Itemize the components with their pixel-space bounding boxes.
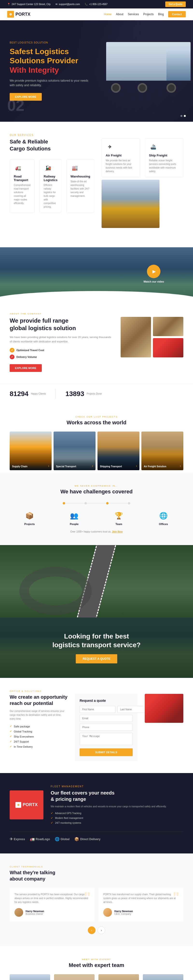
play-button[interactable] (147, 265, 160, 278)
testimonials-section: CLIENT TESTIMONIALS What they're talking… (0, 853, 193, 946)
logistics-img-tall (121, 317, 151, 357)
partner-delivery: 📦 Direct Delivery (74, 837, 100, 842)
header-top: 📍 24/7 Support Center 123 Street, City ✉… (0, 0, 193, 8)
team-member-4: Emily Johnson Global Director (143, 974, 184, 980)
form-submit-button[interactable]: SUBMIT DETAILS (80, 748, 133, 756)
quote-button-top[interactable]: Get a Quote (165, 2, 186, 7)
partner-global: 🌐 Global (55, 837, 70, 842)
challenges-title: We have challenges covered (9, 488, 184, 495)
hero-title-line1: Safest Logistics (9, 47, 69, 56)
logistics-title: We provide full range global logistics s… (9, 317, 113, 332)
nav-projects[interactable]: Projects (143, 13, 153, 16)
ship-freight-icon: 🚢 (149, 143, 158, 151)
project-card-4[interactable]: Air Freight Solution › (141, 431, 184, 470)
service-card-air: ✈ Air Freight We provide the best air fr… (101, 138, 140, 177)
location-icon: 📍 (7, 3, 10, 6)
section-label-opportunity: OFFICE & SOLUTIONS (9, 690, 184, 692)
check-icon-3: ✓ (9, 735, 12, 738)
challenges-join-link[interactable]: Join Now (112, 530, 123, 533)
road-aerial-section (0, 545, 193, 617)
project-card-2[interactable]: Special Transport › (54, 431, 95, 470)
video-play-area[interactable]: Watch our video (144, 265, 164, 283)
logo-icon: ⊕ (7, 11, 14, 18)
services-port-image (101, 180, 160, 228)
fleet-container: ⊕ PORTX (9, 791, 43, 819)
testimonial-prev-button[interactable]: ‹ (88, 926, 95, 934)
email-text: support@portx.com (59, 3, 80, 6)
nav-blog[interactable]: Blog (158, 13, 164, 16)
video-section: Watch our video (0, 247, 193, 301)
team-img-4 (143, 974, 184, 980)
challenges-footer: Over 1000+ happy customers trust us. Joi… (9, 530, 184, 533)
nav-contact[interactable]: Contact (168, 11, 186, 18)
fleet-logo-text: PORTX (23, 802, 38, 807)
testimonial-next-button[interactable]: › (98, 926, 105, 934)
section-label-services: OUR SERVICES (9, 134, 184, 137)
address-text: 24/7 Support Center 123 Street, City (11, 3, 51, 6)
team-img-2 (54, 974, 95, 980)
challenges-indicators (9, 502, 184, 504)
stat-clients-num: 81294 (9, 390, 28, 398)
feature-dot-orange: ✓ (9, 348, 14, 353)
author-role-2: CEO, Company (114, 913, 133, 915)
fleet-feature-3: ✓ 24/7 monitoring systems (51, 821, 166, 824)
form-phone[interactable] (80, 724, 133, 731)
projects-title: Works across the world (9, 420, 184, 426)
phone-icon: 📞 (85, 3, 88, 6)
challenge-people-label: People (70, 523, 78, 525)
projects-grid: Supply Chain › Special Transport › Shipp… (9, 431, 184, 470)
fleet-check-icon-3: ✓ (51, 821, 53, 824)
testimonials-nav: ‹ › (9, 926, 184, 934)
hero-badge: BEST LOGISTICS SOLUTION (9, 41, 92, 44)
challenge-people: 👥 People (54, 512, 94, 525)
quote-mark-1: " (84, 890, 91, 905)
fleet-logo-icon: ⊕ (16, 802, 21, 808)
road-transport-desc: Comprehensive road transport solutions c… (14, 183, 31, 205)
project-label-4: Air Freight Solution (144, 465, 166, 468)
nav-about[interactable]: About (116, 13, 123, 16)
team-member-3: Sarah Williams Logistics Expert (98, 974, 139, 980)
opp-feature-delivery: ✓ In Time Delivery (9, 745, 68, 748)
stat-projects: 13893 Projects Done (65, 389, 102, 399)
hero-dot-1[interactable] (180, 115, 182, 117)
logistics-desc: We have been providing global logistics … (9, 335, 113, 344)
avatar-1 (14, 908, 23, 917)
project-card-1[interactable]: Supply Chain › (9, 431, 52, 470)
fleet-feature-2: ✓ Modern fleet management (51, 816, 166, 819)
opp-feature-ship: ✓ Ship Everywhere (9, 735, 68, 738)
team-member-2: Mike Thompson Operations Manager (54, 974, 95, 980)
contact-address: 📍 24/7 Support Center 123 Street, City (7, 3, 51, 6)
contact-email: ✉ support@portx.com (55, 3, 80, 6)
warehouse-desc: State-of-the-art warehousing facilities … (70, 180, 90, 198)
hero-dot-2[interactable] (184, 115, 186, 117)
nav-home[interactable]: Home (104, 13, 111, 16)
stat-clients: 81294 Happy Clients (9, 389, 46, 399)
logistics-img-truck (153, 338, 184, 357)
logistics-img-top-right (153, 317, 184, 336)
check-icon-5: ✓ (9, 745, 12, 748)
testimonials-cards: " The service provided by PORTX has been… (9, 888, 184, 921)
railway-title: Railway Logistics (44, 175, 57, 182)
services-section: OUR SERVICES Safe & Reliable Cargo Solut… (0, 122, 193, 247)
partner-express: ✈ Express (9, 837, 25, 842)
logistics-explore-button[interactable]: EXPLORE MORE (9, 364, 42, 372)
team-grid: John Anderson CEO & Founder Mike Thompso… (9, 974, 184, 980)
challenge-projects-label: Projects (24, 523, 35, 525)
author-name-1: Harry Newman (25, 910, 44, 913)
nav-services[interactable]: Services (128, 13, 139, 16)
road-transport-title: Road Transport (14, 175, 31, 182)
ship-freight-desc: Reliable ocean freight services connecti… (149, 159, 179, 173)
avatar-2 (103, 908, 112, 917)
form-firstname[interactable] (80, 706, 115, 713)
fleet-check-icon-2: ✓ (51, 816, 53, 819)
hero-title-line3: With Integrity (9, 66, 59, 75)
feature-dot-red: ✓ (9, 355, 14, 360)
project-arrow-1: › (48, 464, 49, 468)
cta-button[interactable]: REQUEST A QUOTE (76, 654, 117, 663)
opp-feature-support: ✓ 24/7 Support (9, 740, 68, 743)
project-card-3[interactable]: Shipping Transport › (98, 431, 139, 470)
author-name-2: Harry Newman (114, 910, 133, 913)
form-email[interactable] (80, 715, 133, 722)
form-message[interactable] (80, 733, 133, 745)
section-label-testimonials: CLIENT TESTIMONIALS (9, 865, 184, 868)
